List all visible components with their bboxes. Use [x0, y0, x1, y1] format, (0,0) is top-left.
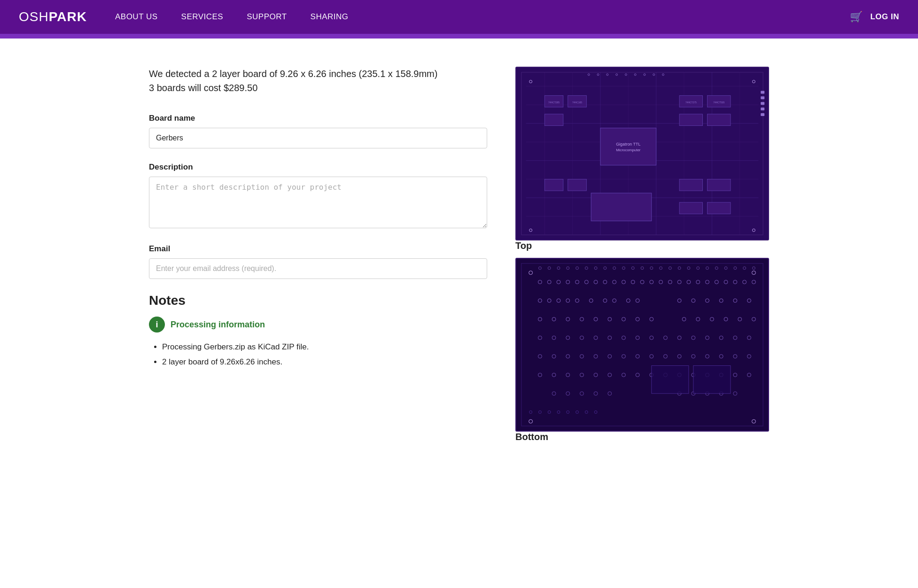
svg-rect-57	[517, 259, 768, 431]
info-icon: i	[149, 317, 165, 333]
main-container: We detected a 2 layer board of 9.26 x 6.…	[130, 39, 788, 468]
detection-line1: We detected a 2 layer board of 9.26 x 6.…	[149, 67, 487, 81]
notes-item-2: 2 layer board of 9.26x6.26 inches.	[162, 356, 487, 368]
processing-label: Processing information	[171, 320, 265, 330]
notes-item-1: Processing Gerbers.zip as KiCad ZIP file…	[162, 341, 487, 353]
nav-support[interactable]: SUPPORT	[247, 12, 287, 22]
nav-right: 🛒 LOG IN	[850, 11, 899, 23]
notes-list: Processing Gerbers.zip as KiCad ZIP file…	[149, 341, 487, 368]
svg-rect-23	[545, 114, 563, 126]
svg-rect-51	[761, 113, 764, 116]
left-panel: We detected a 2 layer board of 9.26 x 6.…	[149, 67, 515, 449]
svg-rect-49	[761, 102, 764, 105]
svg-rect-47	[761, 91, 764, 93]
processing-info-row: i Processing information	[149, 317, 487, 333]
nav-about[interactable]: ABOUT US	[115, 12, 158, 22]
svg-text:74HCT285: 74HCT285	[548, 101, 560, 104]
info-icon-letter: i	[156, 320, 158, 330]
svg-rect-48	[761, 96, 764, 99]
detection-text: We detected a 2 layer board of 9.26 x 6.…	[149, 67, 487, 95]
svg-rect-30	[679, 179, 702, 191]
svg-text:Microcomputer: Microcomputer	[616, 148, 641, 152]
logo-park: PARK	[49, 9, 87, 24]
svg-rect-50	[761, 108, 764, 110]
notes-heading: Notes	[149, 293, 487, 308]
board-top-container: Gigatron TTL Microcomputer	[515, 67, 769, 251]
right-panel: Gigatron TTL Microcomputer	[515, 67, 769, 449]
logo[interactable]: OSHPARK	[19, 9, 87, 24]
nav-services[interactable]: SERVICES	[181, 12, 224, 22]
description-label: Description	[149, 162, 487, 172]
svg-text:74HCT505: 74HCT505	[713, 101, 724, 104]
svg-rect-208	[652, 366, 689, 394]
svg-rect-32	[679, 202, 702, 214]
board-top-image: Gigatron TTL Microcomputer	[515, 67, 769, 240]
notes-section: Notes i Processing information Processin…	[149, 293, 487, 368]
logo-osh: OSH	[19, 9, 49, 24]
email-group: Email	[149, 244, 487, 279]
board-name-group: Board name	[149, 114, 487, 148]
nav-sharing[interactable]: SHARING	[311, 12, 349, 22]
svg-rect-209	[693, 366, 731, 394]
board-top-label: Top	[515, 240, 769, 251]
cart-icon[interactable]: 🛒	[850, 11, 863, 23]
email-input[interactable]	[149, 258, 487, 279]
svg-rect-26	[679, 114, 702, 126]
svg-rect-29	[568, 179, 587, 191]
svg-rect-27	[707, 114, 730, 126]
nav-links: ABOUT US SERVICES SUPPORT SHARING	[115, 12, 850, 22]
purple-stripe	[0, 34, 918, 39]
svg-text:74HC165: 74HC165	[572, 101, 582, 104]
board-bottom-image	[515, 258, 769, 432]
board-bottom-label: Bottom	[515, 432, 769, 442]
login-button[interactable]: LOG IN	[870, 12, 899, 22]
svg-rect-31	[707, 179, 730, 191]
board-bottom-container: Bottom	[515, 258, 769, 442]
svg-rect-33	[707, 202, 730, 214]
detection-line2: 3 boards will cost $289.50	[149, 81, 487, 95]
svg-rect-28	[545, 179, 563, 191]
svg-text:74HCT275: 74HCT275	[685, 101, 697, 104]
board-name-label: Board name	[149, 114, 487, 123]
description-group: Description	[149, 162, 487, 230]
description-input[interactable]	[149, 177, 487, 228]
svg-rect-52	[591, 193, 652, 221]
svg-text:Gigatron TTL: Gigatron TTL	[616, 142, 640, 147]
board-name-input[interactable]	[149, 128, 487, 148]
email-label: Email	[149, 244, 487, 254]
navbar: OSHPARK ABOUT US SERVICES SUPPORT SHARIN…	[0, 0, 918, 34]
